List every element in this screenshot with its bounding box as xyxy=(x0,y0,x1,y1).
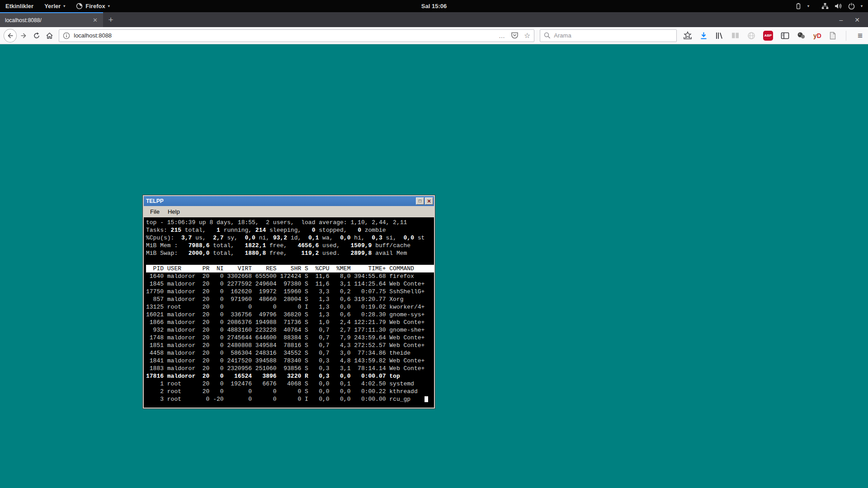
telpp-title-bar[interactable]: TELPP □ ✕ xyxy=(144,196,434,206)
reader-page-icon[interactable] xyxy=(829,32,836,40)
process-row: 3 root 0 -20 0 0 0 I 0,0 0,0 0:00.00 rcu… xyxy=(146,395,434,403)
process-row: 1841 maldoror 20 0 2417520 394588 78340 … xyxy=(146,357,434,365)
process-row: 16021 maldoror 20 0 336756 49796 36820 S… xyxy=(146,311,434,319)
globe-icon[interactable] xyxy=(747,32,755,40)
bookmark-star-icon[interactable]: ☆ xyxy=(524,31,530,40)
system-status-area[interactable]: ▾ ▾ xyxy=(793,0,865,12)
bookmarks-tray-star-icon[interactable] xyxy=(683,31,692,40)
process-row: 857 maldoror 20 0 971960 48660 28004 S 1… xyxy=(146,296,434,303)
app-menu-firefox[interactable]: Firefox ▾ xyxy=(71,0,115,12)
process-row: 2 root 20 0 0 0 0 S 0,0 0,0 0:00.22 kthr… xyxy=(146,388,434,395)
chevron-down-icon: ▾ xyxy=(108,4,110,8)
page-actions-icon[interactable]: … xyxy=(499,32,505,39)
forward-arrow-icon xyxy=(20,32,27,39)
process-row: 1845 maldoror 20 0 2277592 249604 97380 … xyxy=(146,280,434,288)
downloads-icon[interactable] xyxy=(700,32,708,40)
process-row: 1866 maldoror 20 0 2086376 194988 71736 … xyxy=(146,319,434,326)
menu-help[interactable]: Help xyxy=(164,207,184,216)
page-content: TELPP □ ✕ File Help top - 15:06:39 up 8 … xyxy=(0,45,868,488)
activities-button[interactable]: Etkinlikler xyxy=(0,0,39,12)
yd-extension-icon[interactable]: yD xyxy=(813,32,821,39)
gnome-top-bar: Etkinlikler Yerler ▾ Firefox ▾ Sal 15:06… xyxy=(0,0,868,12)
chevron-down-icon: ▾ xyxy=(807,4,809,8)
close-window-button[interactable]: ✕ xyxy=(854,16,860,23)
forward-button[interactable] xyxy=(17,29,30,42)
tab-close-icon[interactable]: ✕ xyxy=(91,16,99,24)
home-icon xyxy=(46,32,53,39)
search-bar[interactable] xyxy=(540,29,677,42)
terminal-summary: top - 15:06:39 up 8 days, 18:55, 2 users… xyxy=(146,219,434,257)
sidebar-toggle-icon[interactable] xyxy=(781,32,789,39)
process-row: 1640 maldoror 20 0 3302668 655500 172424… xyxy=(146,272,434,280)
firefox-icon xyxy=(76,3,83,9)
maximize-button[interactable]: □ xyxy=(416,197,424,205)
home-button[interactable] xyxy=(43,29,56,42)
process-row: 4458 maldoror 20 0 586304 248316 34552 S… xyxy=(146,349,434,357)
process-row: 1851 maldoror 20 0 2480808 349584 78816 … xyxy=(146,342,434,349)
telpp-window: TELPP □ ✕ File Help top - 15:06:39 up 8 … xyxy=(143,195,435,408)
process-row: 1 root 20 0 192476 6676 4068 S 0,0 0,1 4… xyxy=(146,380,434,388)
terminal-rows: 1640 maldoror 20 0 3302668 655500 172424… xyxy=(146,272,434,403)
window-controls: – ✕ xyxy=(839,12,868,27)
terminal[interactable]: top - 15:06:39 up 8 days, 18:55, 2 users… xyxy=(144,217,434,408)
pocket-icon[interactable] xyxy=(511,32,519,39)
terminal-cursor xyxy=(425,396,428,402)
volume-icon xyxy=(835,3,842,9)
minimize-button[interactable]: – xyxy=(839,16,843,23)
process-row: 932 maldoror 20 0 4883160 223228 40764 S… xyxy=(146,326,434,334)
search-input[interactable] xyxy=(554,32,673,39)
telpp-title: TELPP xyxy=(146,198,415,204)
power-icon xyxy=(848,3,855,9)
tab-localhost[interactable]: localhost:8088/ ✕ xyxy=(0,12,103,27)
site-info-icon[interactable] xyxy=(63,32,70,39)
battery-icon xyxy=(795,3,802,10)
reading-list-icon[interactable] xyxy=(731,32,740,39)
reload-icon xyxy=(33,32,40,39)
process-row: 17816 maldoror 20 0 16524 3896 3220 R 0,… xyxy=(146,372,434,380)
back-button[interactable] xyxy=(4,29,17,42)
url-input[interactable] xyxy=(74,32,495,39)
menu-icon[interactable]: ≡ xyxy=(856,31,864,41)
chevron-down-icon: ▾ xyxy=(63,4,65,8)
back-arrow-icon xyxy=(7,32,14,39)
telpp-menu-bar: File Help xyxy=(144,206,434,217)
process-row: 13125 root 20 0 0 0 0 I 1,3 0,0 0:19.02 … xyxy=(146,303,434,311)
terminal-blank-line xyxy=(146,257,434,265)
clock[interactable]: Sal 15:06 xyxy=(417,0,451,12)
places-menu[interactable]: Yerler ▾ xyxy=(39,0,71,12)
tab-title: localhost:8088/ xyxy=(5,17,91,23)
close-app-button[interactable]: ✕ xyxy=(425,197,433,205)
search-icon xyxy=(544,32,551,39)
library-icon[interactable] xyxy=(715,32,723,40)
network-icon xyxy=(821,3,829,9)
process-row: 17750 maldoror 20 0 162620 19972 15960 S… xyxy=(146,288,434,296)
process-row: 1883 maldoror 20 0 2320956 251060 93856 … xyxy=(146,365,434,372)
page-actions: … ☆ xyxy=(499,31,530,40)
terminal-header-row: PID USER PR NI VIRT RES SHR S %CPU %MEM … xyxy=(146,265,434,272)
chevron-down-icon: ▾ xyxy=(861,4,863,8)
toolbar-extensions: ABP yD ≡ xyxy=(683,31,864,41)
tab-bar: localhost:8088/ ✕ + – ✕ xyxy=(0,12,868,27)
spheres-extension-icon[interactable] xyxy=(797,32,806,39)
new-tab-button[interactable]: + xyxy=(103,12,118,27)
url-bar[interactable]: … ☆ xyxy=(59,29,534,42)
adblock-plus-icon[interactable]: ABP xyxy=(763,31,773,41)
toolbar-separator xyxy=(846,31,846,41)
process-row: 1748 maldoror 20 0 2745644 644600 88384 … xyxy=(146,334,434,342)
menu-file[interactable]: File xyxy=(146,207,163,216)
navigation-toolbar: … ☆ xyxy=(0,27,868,44)
reload-button[interactable] xyxy=(30,29,43,42)
